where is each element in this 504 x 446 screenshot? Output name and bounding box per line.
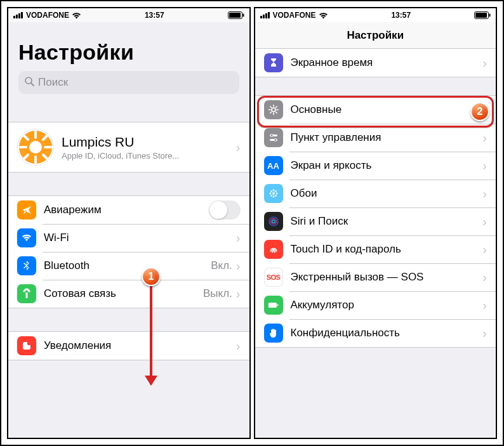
battery-label: Аккумулятор: [291, 299, 483, 312]
screentime-group: Экранное время ›: [255, 49, 496, 77]
chevron-right-icon: ›: [236, 339, 241, 352]
cellular-signal-icon: [260, 12, 270, 18]
cellular-cell[interactable]: Сотовая связь Выкл. ›: [8, 280, 249, 308]
gear-icon: [264, 100, 283, 119]
chevron-right-icon: ›: [236, 259, 241, 272]
wifi-cell[interactable]: Wi-Fi ›: [8, 224, 249, 252]
general-cell[interactable]: Основные ›: [255, 96, 496, 124]
svg-point-45: [269, 193, 271, 195]
sliders-icon: [264, 128, 283, 147]
privacy-label: Конфиденциальность: [291, 327, 483, 339]
notifications-label: Уведомления: [44, 339, 236, 352]
chevron-right-icon: ›: [482, 159, 487, 172]
svg-point-50: [275, 195, 277, 197]
svg-rect-54: [268, 303, 276, 308]
scroll-arrow-icon: [150, 286, 152, 384]
battery-cell[interactable]: Аккумулятор ›: [255, 291, 496, 319]
clock: 13:57: [145, 11, 164, 20]
svg-point-42: [272, 192, 275, 195]
clock: 13:57: [391, 11, 411, 20]
svg-line-35: [275, 112, 277, 114]
svg-rect-22: [260, 16, 262, 18]
chevron-right-icon: ›: [482, 215, 487, 228]
group-spacer: [8, 173, 249, 195]
privacy-cell[interactable]: Конфиденциальность ›: [255, 319, 496, 347]
control-center-label: Пункт управления: [291, 131, 483, 144]
svg-line-8: [31, 83, 34, 86]
svg-rect-19: [26, 292, 28, 298]
status-bar-right: [228, 11, 244, 19]
main-settings-group: Основные › Пункт управления › AA Экран и…: [255, 95, 496, 348]
status-bar: VODAFONE 13:57: [255, 8, 496, 22]
svg-rect-27: [475, 13, 487, 18]
wallpaper-icon: [264, 184, 283, 203]
search-placeholder: Поиск: [38, 76, 68, 89]
tutorial-frame: VODAFONE 13:57 Настройки Поиск: [0, 0, 504, 446]
svg-rect-2: [18, 13, 20, 18]
svg-point-21: [27, 341, 31, 345]
touchid-cell[interactable]: Touch ID и код-пароль ›: [255, 235, 496, 263]
search-input[interactable]: Поиск: [18, 71, 239, 94]
svg-rect-5: [229, 13, 241, 18]
chevron-right-icon: ›: [482, 131, 487, 144]
sos-icon: SOS: [264, 268, 283, 287]
battery-icon: [474, 11, 491, 19]
notifications-group: Уведомления ›: [8, 331, 249, 360]
chevron-right-icon: ›: [482, 271, 487, 284]
carrier-label: VODAFONE: [273, 11, 316, 20]
siri-cell[interactable]: Siri и Поиск ›: [255, 207, 496, 235]
svg-point-46: [275, 193, 277, 195]
annotation-badge-1: 1: [142, 267, 161, 286]
svg-rect-25: [268, 12, 270, 18]
chevron-right-icon: ›: [236, 232, 241, 244]
svg-line-36: [270, 112, 271, 114]
chevron-right-icon: ›: [482, 56, 487, 69]
svg-point-47: [270, 190, 272, 192]
svg-line-34: [270, 107, 271, 108]
apple-id-cell[interactable]: Lumpics RU Apple ID, iCloud, iTunes Stor…: [8, 122, 249, 172]
svg-point-39: [270, 134, 273, 137]
sos-cell[interactable]: SOS Экстренный вызов — SOS ›: [255, 263, 496, 291]
battery-icon: [228, 11, 244, 19]
airplane-mode-cell[interactable]: Авиарежим: [8, 196, 249, 224]
fingerprint-icon: [264, 240, 283, 259]
svg-point-29: [272, 108, 275, 112]
svg-rect-28: [489, 14, 491, 17]
control-center-cell[interactable]: Пункт управления ›: [255, 124, 496, 152]
cellular-value: Выкл.: [203, 287, 232, 300]
chevron-right-icon: ›: [236, 287, 241, 300]
bluetooth-cell[interactable]: Bluetooth Вкл. ›: [8, 252, 249, 280]
screentime-cell[interactable]: Экранное время ›: [255, 49, 496, 77]
cellular-signal-icon: [13, 12, 23, 18]
bluetooth-label: Bluetooth: [44, 259, 211, 272]
svg-point-52: [270, 219, 276, 225]
display-label: Экран и яркость: [291, 159, 483, 172]
status-bar-left: VODAFONE: [13, 11, 81, 20]
svg-point-53: [272, 220, 275, 223]
group-spacer: [8, 308, 249, 331]
group-spacer: [255, 77, 496, 95]
group-spacer: [8, 99, 249, 122]
svg-point-48: [275, 190, 277, 192]
wifi-icon: [72, 12, 81, 19]
airplane-toggle[interactable]: [209, 200, 241, 220]
sos-label: Экстренный вызов — SOS: [291, 271, 483, 284]
avatar: [17, 129, 54, 166]
notifications-cell[interactable]: Уведомления ›: [8, 332, 249, 360]
display-cell[interactable]: AA Экран и яркость ›: [255, 152, 496, 180]
annotation-badge-2: 2: [470, 102, 489, 121]
nav-bar: Настройки: [255, 22, 496, 49]
svg-rect-55: [277, 304, 278, 306]
chevron-right-icon: ›: [482, 327, 487, 339]
siri-label: Siri и Поиск: [291, 215, 483, 228]
airplane-label: Авиарежим: [44, 204, 209, 216]
nav-title: Настройки: [347, 29, 404, 42]
touchid-label: Touch ID и код-пароль: [291, 243, 483, 256]
svg-point-43: [272, 190, 274, 192]
svg-rect-23: [263, 15, 265, 18]
wallpaper-cell[interactable]: Обои ›: [255, 180, 496, 207]
search-icon: [25, 77, 34, 89]
title-block: Настройки Поиск: [8, 22, 249, 99]
bluetooth-value: Вкл.: [211, 259, 232, 272]
wallpaper-label: Обои: [291, 187, 483, 200]
